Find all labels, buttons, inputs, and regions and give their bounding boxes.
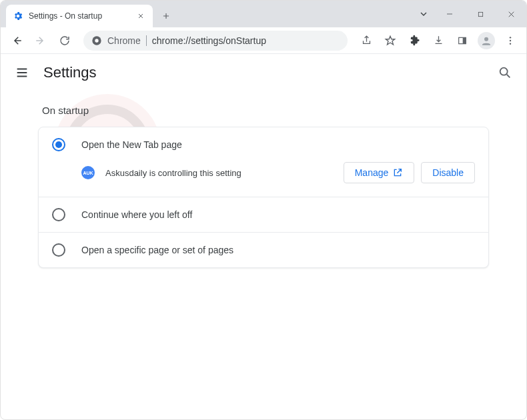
- maximize-button[interactable]: [465, 3, 496, 25]
- browser-tab[interactable]: Settings - On startup: [6, 5, 153, 27]
- star-icon[interactable]: [380, 30, 401, 51]
- minimize-button[interactable]: [434, 3, 465, 25]
- svg-point-9: [500, 68, 508, 75]
- extension-icon: AUK: [81, 166, 95, 179]
- browser-toolbar: Chrome chrome://settings/onStartup: [1, 27, 526, 54]
- radio-icon: [52, 138, 65, 151]
- svg-point-5: [484, 37, 488, 41]
- page-title: Settings: [43, 64, 97, 81]
- gear-icon: [13, 11, 23, 21]
- forward-button[interactable]: [30, 30, 51, 51]
- manage-button[interactable]: Manage: [344, 162, 415, 183]
- svg-point-2: [95, 39, 98, 42]
- hamburger-icon[interactable]: [14, 65, 30, 81]
- extension-notice-row: AUK Askusdaily is controlling this setti…: [39, 162, 488, 197]
- radio-continue[interactable]: Continue where you left off: [39, 197, 488, 232]
- section-title: On startup: [38, 105, 489, 116]
- share-icon[interactable]: [356, 30, 377, 51]
- svg-point-7: [510, 39, 511, 41]
- reload-button[interactable]: [54, 30, 75, 51]
- close-window-button[interactable]: [496, 3, 526, 25]
- svg-point-6: [510, 37, 511, 38]
- back-button[interactable]: [6, 30, 27, 51]
- new-tab-button[interactable]: [157, 7, 175, 25]
- svg-point-8: [510, 43, 511, 44]
- radio-label: Open the New Tab page: [81, 139, 182, 150]
- radio-specific-page[interactable]: Open a specific page or set of pages: [39, 233, 488, 267]
- disable-button[interactable]: Disable: [421, 162, 475, 183]
- menu-icon[interactable]: [500, 30, 521, 51]
- url-divider: [146, 35, 147, 46]
- search-icon[interactable]: [497, 65, 513, 81]
- url-text: chrome://settings/onStartup: [152, 35, 266, 46]
- sidepanel-icon[interactable]: [452, 30, 473, 51]
- settings-header: Settings: [1, 54, 526, 91]
- url-prefix: Chrome: [107, 35, 141, 46]
- startup-card: Open the New Tab page AUK Askusdaily is …: [38, 127, 489, 268]
- radio-label: Continue where you left off: [81, 209, 192, 220]
- svg-rect-0: [478, 12, 482, 16]
- extensions-icon[interactable]: [404, 30, 425, 51]
- radio-icon: [52, 243, 65, 257]
- tab-strip: Settings - On startup: [1, 1, 526, 27]
- open-external-icon: [392, 167, 403, 178]
- chrome-icon: [91, 35, 102, 46]
- download-icon[interactable]: [428, 30, 449, 51]
- address-bar[interactable]: Chrome chrome://settings/onStartup: [83, 31, 348, 51]
- tab-title: Settings - On startup: [29, 11, 102, 21]
- tab-search-button[interactable]: [413, 3, 434, 25]
- radio-label: Open a specific page or set of pages: [81, 245, 233, 255]
- radio-open-new-tab[interactable]: Open the New Tab page: [39, 127, 488, 162]
- svg-rect-4: [463, 37, 466, 43]
- extension-notice-text: Askusdaily is controlling this setting: [105, 168, 241, 178]
- close-icon[interactable]: [135, 11, 146, 21]
- profile-avatar[interactable]: [476, 30, 497, 51]
- radio-icon: [52, 208, 65, 221]
